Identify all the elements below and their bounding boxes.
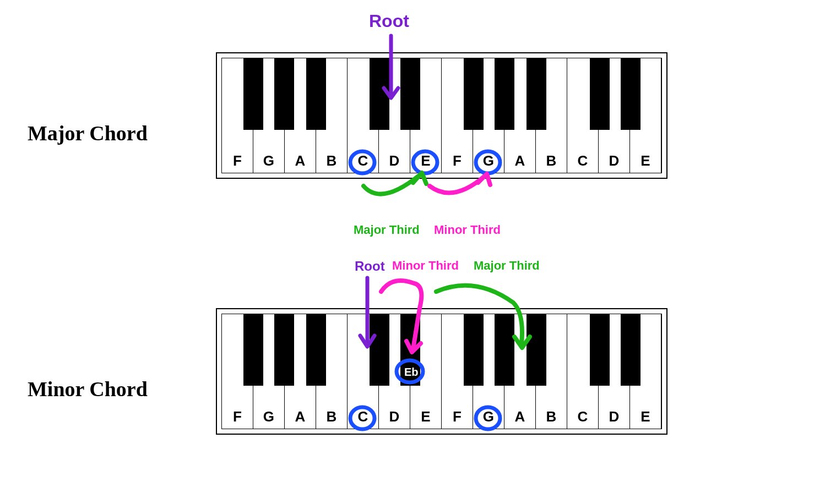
key-letter: B bbox=[546, 152, 557, 169]
black-key bbox=[527, 58, 546, 130]
key-letter: A bbox=[295, 408, 306, 425]
key-letter: C bbox=[358, 152, 368, 169]
root-label-major: Root bbox=[369, 11, 409, 31]
black-key bbox=[274, 58, 294, 130]
key-letter: C bbox=[578, 408, 588, 425]
black-key bbox=[527, 314, 546, 386]
black-key bbox=[464, 314, 484, 386]
key-letter: B bbox=[327, 152, 337, 169]
black-key bbox=[243, 58, 263, 130]
black-key bbox=[274, 314, 294, 386]
key-letter: E bbox=[641, 152, 650, 169]
key-letter: G bbox=[263, 408, 274, 425]
black-key bbox=[621, 314, 641, 386]
keyboard-major: F G A B C D E F G A B C D E bbox=[216, 52, 667, 179]
major-chord-section: Major Chord Root F G A B C D E F G A B C… bbox=[0, 11, 825, 248]
keyboard-minor-inner: F G A B C D E F G A B C D E bbox=[221, 314, 662, 429]
minor-chord-section: Minor Chord Root Minor Third Major Third… bbox=[0, 253, 825, 490]
black-key bbox=[495, 58, 514, 130]
root-label-minor: Root bbox=[355, 259, 385, 274]
keyboard-major-inner: F G A B C D E F G A B C D E bbox=[221, 58, 662, 173]
major-third-label: Major Third bbox=[354, 223, 420, 237]
black-key bbox=[243, 314, 263, 386]
key-letter: D bbox=[389, 408, 400, 425]
eb-label: Eb bbox=[404, 366, 419, 379]
major-chord-title: Major Chord bbox=[28, 121, 148, 145]
minor-third-label: Minor Third bbox=[434, 223, 501, 237]
major-third-label-bottom: Major Third bbox=[474, 259, 540, 273]
key-letter: G bbox=[263, 152, 274, 169]
key-letter: E bbox=[421, 152, 430, 169]
key-letter: C bbox=[578, 152, 588, 169]
black-key bbox=[464, 58, 484, 130]
key-letter: F bbox=[453, 408, 462, 425]
key-letter: E bbox=[421, 408, 430, 425]
key-letter: A bbox=[515, 408, 525, 425]
black-key bbox=[590, 58, 610, 130]
key-letter: D bbox=[609, 408, 620, 425]
keyboard-minor: F G A B C D E F G A B C D E bbox=[216, 308, 667, 435]
black-key bbox=[400, 58, 420, 130]
key-letter: C bbox=[358, 408, 368, 425]
key-letter: A bbox=[515, 152, 525, 169]
key-letter: G bbox=[483, 408, 494, 425]
key-letter: F bbox=[233, 152, 242, 169]
key-letter: F bbox=[453, 152, 462, 169]
black-key bbox=[590, 314, 610, 386]
black-key bbox=[495, 314, 514, 386]
black-key bbox=[370, 58, 389, 130]
black-key bbox=[621, 58, 641, 130]
key-letter: D bbox=[609, 152, 620, 169]
key-letter: B bbox=[546, 408, 557, 425]
black-key bbox=[370, 314, 389, 386]
key-letter: B bbox=[327, 408, 337, 425]
minor-chord-title: Minor Chord bbox=[28, 377, 148, 401]
black-key bbox=[306, 314, 326, 386]
key-letter: G bbox=[483, 152, 494, 169]
key-letter: E bbox=[641, 408, 650, 425]
key-letter: A bbox=[295, 152, 306, 169]
black-key bbox=[306, 58, 326, 130]
key-letter: F bbox=[233, 408, 242, 425]
minor-third-label-bottom: Minor Third bbox=[392, 259, 459, 273]
key-letter: D bbox=[389, 152, 400, 169]
